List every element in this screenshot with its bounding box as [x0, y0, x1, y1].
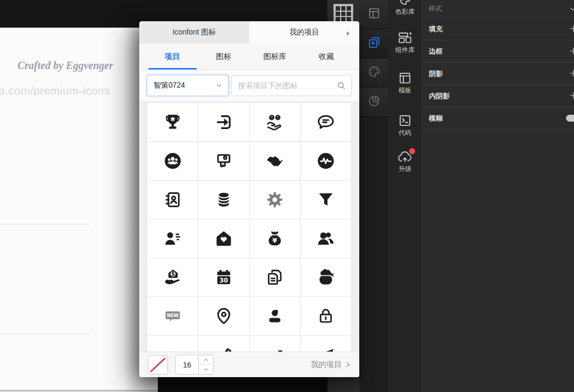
toolbar-item-template[interactable]: 模板 — [389, 71, 421, 95]
grid-cell-coins[interactable] — [198, 181, 249, 219]
inspector-section-label: 内阴影 — [429, 91, 450, 101]
grid-cell-contact-book[interactable] — [147, 181, 198, 219]
sidebar-tool-layout[interactable] — [359, 0, 389, 29]
icon-grid-wrapper: ¥$30NEW — [139, 101, 359, 352]
money-pouch-icon — [316, 268, 335, 287]
sidebar-tool-starred-library[interactable] — [359, 29, 389, 58]
project-dropdown-value: 智策0724 — [154, 81, 185, 90]
style-section-title: 样式 — [429, 4, 442, 13]
sidebar-tool-pie-chart[interactable] — [359, 88, 389, 117]
subtab-project[interactable]: 项目 — [147, 44, 198, 69]
grid-cell-trend-peak[interactable] — [198, 336, 249, 352]
card-payment-icon — [214, 151, 233, 171]
icon-size-input[interactable] — [175, 355, 199, 374]
chevron-down-icon[interactable] — [569, 5, 574, 13]
grid-cell-team-circle[interactable] — [147, 142, 198, 180]
grid-cell-card-payment[interactable] — [198, 142, 249, 180]
search-input[interactable] — [237, 81, 336, 90]
project-dropdown[interactable]: 智策0724 — [147, 75, 229, 96]
calendar-30-icon: 30 — [214, 268, 233, 287]
pie-chart-icon — [367, 94, 381, 110]
grid-cell-user-group[interactable] — [301, 219, 351, 258]
team-circle-icon — [163, 151, 182, 171]
contact-book-icon — [163, 190, 182, 209]
grid-cell-pulse-circle[interactable] — [301, 142, 351, 180]
grid-cell-copy-docs[interactable] — [250, 258, 300, 296]
inspector-section-label: 填充 — [429, 24, 443, 34]
stepper-down-button[interactable] — [199, 364, 213, 374]
grid-cell-paper-plane[interactable] — [301, 336, 351, 352]
grid-cell-new-badge[interactable]: NEW — [147, 297, 198, 335]
grid-cell-person[interactable] — [250, 297, 300, 335]
grid-cell-money-pouch[interactable] — [301, 258, 351, 296]
tab-my-projects[interactable]: 我的项目 — [249, 21, 359, 44]
grid-cell-filter[interactable] — [301, 181, 351, 219]
add-inner-shadow-button[interactable] — [569, 91, 574, 100]
tab-iconfont[interactable]: Iconfont 图标 — [139, 21, 249, 44]
toolbar-item-components[interactable]: 组件库 — [389, 31, 421, 55]
inspector-panel: 样式 填充边框阴影内阴影模糊 — [421, 0, 574, 392]
sidebar-tool-palette[interactable] — [359, 58, 389, 88]
grid-cell-lock[interactable] — [301, 297, 351, 335]
tab-expand-arrow-icon[interactable] — [345, 30, 351, 36]
add-fill-button[interactable] — [569, 24, 574, 33]
template-icon — [397, 71, 413, 85]
add-shadow-button[interactable] — [569, 69, 574, 78]
subtab-icon-library[interactable]: 图标库 — [249, 44, 301, 69]
inspector-section-inner-shadow: 内阴影 — [421, 85, 574, 107]
grid-cell-gear[interactable] — [250, 181, 300, 219]
style-section-header[interactable]: 样式 — [421, 0, 574, 18]
grid-cell-house-dollar-hand[interactable]: $ — [147, 258, 198, 296]
grid-cell-talent-care[interactable] — [250, 103, 300, 141]
watermark-title: Crafted by Eggvenger — [18, 59, 113, 72]
toolbar-item-label: 组件库 — [395, 46, 415, 55]
pulse-circle-icon — [316, 151, 335, 171]
upgrade-icon — [397, 150, 413, 164]
grid-cell-comment[interactable] — [301, 103, 351, 141]
right-toolbar: 色彩库组件库模板代码升级 — [389, 0, 422, 392]
tab-my-projects-label: 我的项目 — [290, 28, 319, 37]
inspector-section-label: 阴影 — [429, 69, 443, 79]
inspector-section-shadow: 阴影 — [421, 63, 574, 85]
search-icon — [336, 81, 346, 90]
add-border-button[interactable] — [569, 47, 574, 55]
grid-cell-sparkle[interactable] — [147, 336, 198, 352]
toolbar-item-color-library[interactable]: 色彩库 — [389, 0, 421, 16]
inspector-section-label: 边框 — [429, 47, 443, 56]
no-color-swatch-button[interactable] — [148, 355, 168, 374]
icon-search-box — [231, 75, 352, 96]
copy-docs-icon — [265, 268, 284, 287]
blur-toggle[interactable] — [566, 115, 574, 122]
subtab-favorites[interactable]: 收藏 — [301, 44, 352, 69]
sign-in-icon — [214, 113, 233, 132]
horizontal-scrollbar[interactable] — [0, 390, 158, 391]
grid-cell-calendar-30[interactable]: 30 — [198, 258, 249, 296]
toolbar-item-code[interactable]: 代码 — [389, 114, 421, 138]
grid-cell-money-bag-yen[interactable]: ¥ — [250, 219, 300, 258]
inspector-section-label: 模糊 — [429, 114, 443, 123]
slice-grid-icon[interactable] — [333, 3, 354, 23]
grid-cell-trophy[interactable] — [147, 103, 198, 141]
trend-arrow-icon — [265, 345, 284, 352]
inspector-section-blur: 模糊 — [421, 107, 574, 130]
grid-cell-handshake[interactable] — [250, 142, 300, 180]
my-projects-link[interactable]: 我的项目 — [311, 360, 351, 370]
svg-text:$: $ — [171, 271, 175, 277]
new-badge-icon: NEW — [163, 306, 182, 326]
stepper-buttons — [199, 355, 214, 374]
chevron-down-icon — [215, 82, 223, 89]
stepper-up-button[interactable] — [199, 355, 213, 364]
location-pin-icon — [214, 306, 233, 326]
canvas-area: Crafted by Eggvenger p.com/premium-icons — [0, 28, 158, 392]
subtab-icons[interactable]: 图标 — [198, 44, 250, 69]
grid-cell-person-list[interactable] — [147, 219, 198, 258]
person-icon — [265, 306, 284, 326]
icon-size-stepper — [175, 355, 214, 374]
user-group-icon — [316, 229, 335, 248]
trend-peak-icon — [214, 345, 233, 352]
grid-cell-location-pin[interactable] — [198, 297, 249, 335]
grid-cell-trend-arrow[interactable] — [250, 336, 300, 352]
grid-cell-sign-in[interactable] — [198, 103, 249, 141]
grid-cell-house-heart[interactable] — [198, 219, 249, 258]
toolbar-item-upgrade[interactable]: 升级 — [389, 150, 421, 174]
